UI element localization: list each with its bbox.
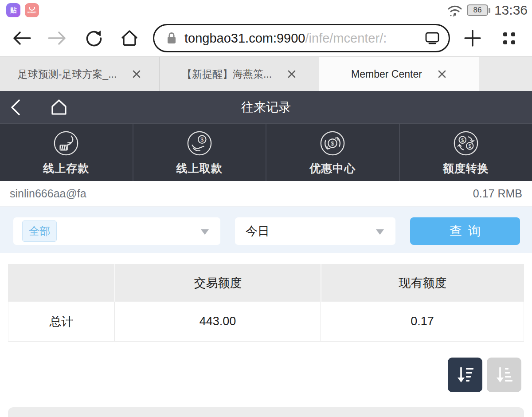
chevron-down-icon xyxy=(201,229,209,235)
battery-percent: 86 xyxy=(473,6,481,15)
record-list-item-partial xyxy=(8,407,524,417)
chevron-left-icon xyxy=(8,98,23,117)
header-cell-blank xyxy=(8,264,114,302)
menu-item-withdraw[interactable]: $ 线上取款 xyxy=(133,124,267,181)
home-icon xyxy=(118,28,141,48)
cell-current-amount: 0.17 xyxy=(321,302,524,342)
nav-back-button[interactable] xyxy=(0,91,31,123)
chevron-down-icon xyxy=(376,229,384,235)
header-cell-current-amount: 现有额度 xyxy=(321,264,524,302)
date-select[interactable]: 今日 xyxy=(235,217,395,245)
date-selected-value: 今日 xyxy=(246,223,270,239)
query-button[interactable]: 查询 xyxy=(410,217,520,245)
tab-title: 足球预测-足球方案_... xyxy=(18,67,117,81)
plus-icon xyxy=(463,29,482,47)
tieba-app-label: 贴 xyxy=(10,6,17,15)
tab-switcher-button[interactable] xyxy=(497,27,520,50)
clock: 13:36 xyxy=(494,3,528,18)
page-title: 往来记录 xyxy=(0,99,532,116)
desktop-mode-icon[interactable] xyxy=(425,31,440,45)
back-arrow-icon xyxy=(11,29,32,47)
account-username: sinlin666aa@fa xyxy=(10,187,86,200)
sort-ascending-icon xyxy=(494,365,514,385)
menu-label: 优惠中心 xyxy=(309,161,356,176)
account-balance: 0.17 RMB xyxy=(473,187,522,200)
new-tab-button[interactable] xyxy=(461,27,484,50)
sort-ascending-button[interactable] xyxy=(487,358,521,392)
refresh-button[interactable] xyxy=(82,27,106,50)
header-cell-transaction-amount: 交易额度 xyxy=(114,264,321,302)
type-select[interactable]: 全部 xyxy=(13,217,220,245)
status-bar: 贴 HUAWEI 86 13:36 xyxy=(0,0,532,21)
svg-text:$: $ xyxy=(200,137,203,143)
screen: 贴 HUAWEI 86 13:36 xyxy=(0,0,532,417)
withdraw-icon: $ xyxy=(186,130,213,157)
tabstrip-filler xyxy=(479,57,532,91)
url-text: tongbao31.com:9900/infe/mcenter/: xyxy=(184,31,425,46)
url-path: /infe/mcenter/: xyxy=(305,31,387,45)
close-icon[interactable] xyxy=(132,69,141,79)
tab-member-center[interactable]: Member Center xyxy=(319,57,479,91)
url-host: tongbao31.com:9900 xyxy=(184,31,305,45)
cell-total-label: 总计 xyxy=(8,302,114,342)
sort-descending-button[interactable] xyxy=(448,358,482,392)
battery-indicator: 86 xyxy=(467,4,488,16)
forward-button[interactable] xyxy=(46,27,69,50)
menu-label: 线上取款 xyxy=(176,161,223,176)
close-icon[interactable] xyxy=(287,69,297,79)
home-button[interactable] xyxy=(118,27,141,50)
tab-haiyan-notice[interactable]: 【新提醒】海燕策... xyxy=(160,57,319,91)
tab-strip: 足球预测-足球方案_... 【新提醒】海燕策... Member Center xyxy=(0,56,532,91)
home-outline-icon xyxy=(48,97,70,118)
menu-item-promo-center[interactable]: $ 优惠中心 xyxy=(266,124,400,181)
account-row: sinlin666aa@fa 0.17 RMB xyxy=(0,181,532,207)
svg-text:$: $ xyxy=(331,140,334,146)
tieba-app-icon: 贴 xyxy=(6,3,20,17)
menu-label: 线上存款 xyxy=(43,161,89,176)
nav-home-button[interactable] xyxy=(43,91,74,123)
svg-text:$: $ xyxy=(461,137,464,142)
table-row: 总计 443.00 0.17 xyxy=(8,302,524,342)
svg-text:$: $ xyxy=(468,143,471,149)
huawei-appgallery-icon: HUAWEI xyxy=(25,3,39,17)
menu-item-quota-transfer[interactable]: $ $ 额度转换 xyxy=(400,124,532,181)
tab-football-forecast[interactable]: 足球预测-足球方案_... xyxy=(0,57,160,91)
url-bar[interactable]: tongbao31.com:9900/infe/mcenter/: xyxy=(153,24,450,52)
notification-app-icons: 贴 HUAWEI xyxy=(6,3,39,17)
type-selected-chip[interactable]: 全部 xyxy=(22,220,57,242)
multi-window-icon xyxy=(503,32,515,44)
cell-transaction-amount: 443.00 xyxy=(114,302,321,342)
refresh-icon xyxy=(84,28,104,48)
quota-transfer-icon: $ $ xyxy=(452,130,480,157)
bag-smile-icon xyxy=(29,7,35,11)
close-icon[interactable] xyxy=(437,69,447,79)
table-header-row: 交易额度 现有额度 xyxy=(8,264,524,302)
filter-section: 全部 今日 查询 xyxy=(0,207,532,253)
tab-title: Member Center xyxy=(351,68,422,80)
huawei-app-label: HUAWEI xyxy=(27,12,36,14)
deposit-icon xyxy=(52,130,80,157)
wifi-icon xyxy=(446,3,463,17)
browser-toolbar: tongbao31.com:9900/infe/mcenter/: xyxy=(0,21,532,56)
back-button[interactable] xyxy=(10,27,33,50)
promo-center-icon: $ xyxy=(319,130,346,157)
forward-arrow-icon xyxy=(47,29,68,47)
tab-title: 【新提醒】海燕策... xyxy=(182,67,272,81)
lock-icon xyxy=(166,31,177,45)
menu-label: 额度转换 xyxy=(443,161,489,176)
menu-item-deposit[interactable]: 线上存款 xyxy=(0,124,133,181)
page-navbar: 往来记录 xyxy=(0,91,532,123)
sort-descending-icon xyxy=(455,365,475,385)
summary-table: 交易额度 现有额度 总计 443.00 0.17 xyxy=(8,264,524,342)
quick-menu: 线上存款 $ 线上取款 $ 优惠中心 xyxy=(0,123,532,181)
